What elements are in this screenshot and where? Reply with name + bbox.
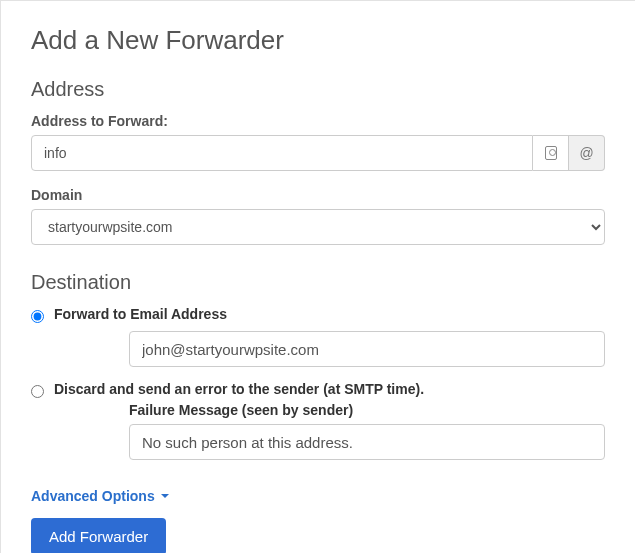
domain-label: Domain xyxy=(31,187,605,203)
contact-picker-button[interactable] xyxy=(533,135,569,171)
chevron-down-icon xyxy=(161,494,169,498)
discard-radio[interactable] xyxy=(31,385,44,398)
advanced-options-toggle[interactable]: Advanced Options xyxy=(31,488,169,504)
failure-message-input[interactable] xyxy=(129,424,605,460)
add-forwarder-button[interactable]: Add Forwarder xyxy=(31,518,166,553)
at-symbol-addon: @ xyxy=(569,135,605,171)
failure-message-label: Failure Message (seen by sender) xyxy=(129,402,605,418)
address-heading: Address xyxy=(31,78,605,101)
destination-heading: Destination xyxy=(31,271,605,294)
forward-radio-label: Forward to Email Address xyxy=(54,306,227,322)
address-input[interactable] xyxy=(31,135,533,171)
domain-select[interactable]: startyourwpsite.com xyxy=(31,209,605,245)
contact-card-icon xyxy=(545,146,557,160)
advanced-options-label: Advanced Options xyxy=(31,488,155,504)
address-to-forward-label: Address to Forward: xyxy=(31,113,605,129)
page-title: Add a New Forwarder xyxy=(31,25,605,56)
forward-email-input[interactable] xyxy=(129,331,605,367)
forward-radio[interactable] xyxy=(31,310,44,323)
discard-radio-label: Discard and send an error to the sender … xyxy=(54,381,424,397)
